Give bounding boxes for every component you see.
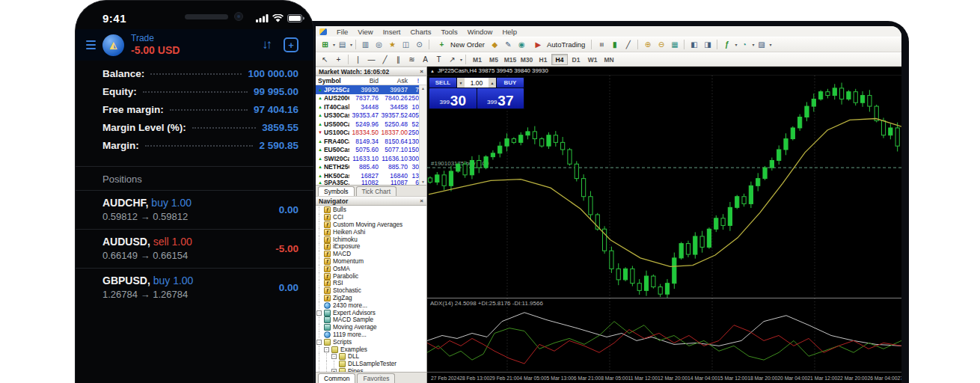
sort-transfer-icon[interactable]: ↓↑ — [262, 37, 270, 52]
navigator-item[interactable]: 1119 more... — [316, 331, 426, 339]
timeframe-d1[interactable]: D1 — [568, 54, 584, 65]
market-watch-header[interactable]: Market Watch: 16:05:02 × — [316, 67, 426, 76]
close-icon[interactable]: × — [420, 197, 423, 204]
label-tool-icon[interactable]: T — [432, 53, 445, 66]
navigator-item[interactable]: fStochastic — [316, 287, 426, 295]
data-window-icon[interactable]: ◎ — [373, 38, 385, 51]
indicators-icon[interactable]: ƒ — [720, 38, 733, 51]
navigator-item[interactable]: fCCI — [316, 214, 426, 221]
arrange-vertical-icon[interactable]: ◨ — [701, 38, 714, 51]
navigator-icon[interactable]: ★ — [386, 38, 399, 51]
sell-button[interactable]: SELL — [429, 78, 456, 88]
vertical-line-icon[interactable]: | — [352, 53, 364, 66]
position-row[interactable]: GBPUSD, buy 1.001.26784 → 1.267840.00 — [76, 268, 313, 307]
market-watch-scrollbar[interactable]: ▲ ▼ — [419, 85, 426, 185]
channel-icon[interactable]: ∥ — [392, 53, 405, 66]
fibonacci-icon[interactable]: ≋ — [405, 53, 418, 66]
new-order-button[interactable]: + New Order — [432, 38, 488, 51]
navigator-item[interactable]: fRSI — [316, 280, 426, 287]
tab-tick-chart[interactable]: Tick Chart — [356, 186, 396, 196]
periods-icon[interactable]: ◔ — [738, 38, 750, 51]
community-icon[interactable]: ◉ — [515, 38, 528, 51]
volume-increase-icon[interactable]: ▲ — [489, 78, 496, 88]
tab-favorites[interactable]: Favorites — [357, 373, 395, 383]
navigator-item[interactable]: DLLSampleTester — [316, 361, 426, 368]
chevron-down-icon[interactable]: ▾ — [333, 42, 335, 47]
market-watch-icon[interactable]: ▥ — [359, 38, 372, 51]
expert-advisors-icon[interactable]: ◆ — [489, 38, 501, 51]
chart-collapse-icon[interactable]: ▲ — [430, 69, 435, 73]
navigator-item[interactable]: -Scripts — [316, 338, 426, 346]
timeframe-h4[interactable]: H4 — [551, 54, 568, 65]
market-watch-row[interactable]: ▲EU50Cash5075.605077.10150 — [316, 146, 426, 155]
timeframe-m1[interactable]: M1 — [469, 54, 486, 65]
navigator-item[interactable]: -Expert Advisors — [316, 309, 426, 316]
timeframe-m30[interactable]: M30 — [518, 54, 535, 65]
trendline-icon[interactable]: ╱ — [379, 53, 391, 66]
volume-value[interactable]: 1.00 — [465, 78, 489, 88]
navigator-item[interactable]: -Examples — [316, 346, 426, 353]
tab-symbols[interactable]: Symbols — [318, 186, 355, 196]
market-watch-row[interactable]: ▲IT40Cash344483445810 — [316, 102, 426, 111]
market-watch-row[interactable]: ▲FRA40Cash8149.348150.64130 — [316, 137, 426, 146]
navigator-item[interactable]: fHeiken Ashi — [316, 228, 426, 236]
new-order-icon[interactable]: + — [284, 37, 298, 52]
text-tool-icon[interactable]: A — [419, 53, 432, 66]
navigator-item[interactable]: fOsMA — [316, 265, 426, 272]
tree-expander-icon[interactable]: - — [316, 340, 322, 345]
navigator-item[interactable]: MACD Sample — [316, 316, 426, 324]
terminal-icon[interactable]: ◫ — [399, 38, 412, 51]
timeframe-mn[interactable]: MN — [601, 54, 617, 65]
timeframe-h1[interactable]: H1 — [535, 54, 551, 65]
menu-icon[interactable] — [86, 40, 96, 49]
navigator-item[interactable]: fBulls — [316, 206, 426, 214]
navigator-item[interactable]: fMomentum — [316, 258, 426, 266]
position-row[interactable]: AUDCHF, buy 1.000.59812 → 0.598120.00 — [76, 190, 313, 229]
menu-item-window[interactable]: Window — [468, 28, 493, 36]
new-chart-icon[interactable]: ⊞ — [319, 38, 331, 51]
sell-price[interactable]: 399 30 — [429, 88, 477, 108]
position-row[interactable]: AUDUSD, sell 1.000.66149 → 0.66154-5.00 — [76, 229, 313, 268]
navigator-item[interactable]: fZigZag — [316, 295, 426, 302]
market-watch-row[interactable]: ▲SPA35C...11082110876 — [316, 180, 426, 185]
crosshair-icon[interactable]: + — [332, 53, 345, 66]
zoom-out-icon[interactable]: ⊖ — [655, 38, 667, 51]
navigator-item[interactable]: fParabolic — [316, 272, 426, 280]
metaeditor-icon[interactable]: ✎ — [502, 38, 515, 51]
scroll-up-icon[interactable]: ▲ — [421, 86, 425, 91]
adx-indicator-area[interactable]: ADX(14) 24.5098 +DI:25.8176 -DI:11.9566 — [427, 298, 901, 372]
menu-item-help[interactable]: Help — [502, 28, 517, 36]
market-watch-row[interactable]: ▲US30Cash39353.4739357.52405 — [316, 111, 426, 120]
market-watch-row[interactable]: ▲JP225Cash39930399377 — [316, 85, 426, 94]
chevron-down-icon[interactable]: ▾ — [460, 57, 462, 62]
menu-item-insert[interactable]: Insert — [383, 28, 401, 36]
market-watch-row[interactable]: ▲HK50Cash168271684013 — [316, 171, 426, 180]
timeframe-w1[interactable]: W1 — [584, 54, 601, 65]
buy-button[interactable]: BUY — [497, 78, 524, 88]
menu-item-view[interactable]: View — [358, 28, 373, 36]
tile-windows-icon[interactable]: ▦ — [668, 38, 681, 51]
navigator-item[interactable]: fiExposure — [316, 243, 426, 251]
navigator-item[interactable]: fMACD — [316, 251, 426, 258]
profiles-icon[interactable]: ▤ — [336, 38, 349, 51]
chart-title-bar[interactable]: ▲ JP225Cash,H4 39875 39945 39840 39930 — [427, 67, 901, 76]
candlestick-chart-icon[interactable]: ▮ — [608, 38, 621, 51]
navigator-item[interactable]: fIchimoku — [316, 236, 426, 243]
navigator-header[interactable]: Navigator × — [316, 196, 426, 206]
timeframe-m15[interactable]: M15 — [502, 54, 518, 65]
chevron-down-icon[interactable]: ▾ — [350, 42, 352, 47]
market-watch-row[interactable]: ▼US100Cash18334.5018337.00250 — [316, 129, 426, 138]
cursor-icon[interactable]: ↖ — [319, 53, 331, 66]
line-chart-icon[interactable]: ╱ — [622, 38, 634, 51]
autotrading-button[interactable]: ▶ AutoTrading — [529, 38, 588, 51]
volume-stepper[interactable]: ▼ 1.00 ▲ — [457, 78, 496, 88]
market-watch-row[interactable]: ▲AUS200C...7837.767840.26250 — [316, 94, 426, 103]
tree-expander-icon[interactable]: - — [331, 354, 337, 359]
menu-item-charts[interactable]: Charts — [411, 28, 432, 36]
arrange-horizontal-icon[interactable]: ◧ — [687, 38, 700, 51]
market-watch-row[interactable]: ▲US500Cash5249.965250.4852 — [316, 120, 426, 129]
navigator-item[interactable]: +Pipes — [316, 368, 426, 372]
horizontal-line-icon[interactable]: — — [365, 53, 378, 66]
menu-item-tools[interactable]: Tools — [441, 28, 457, 36]
volume-decrease-icon[interactable]: ▼ — [457, 78, 465, 88]
